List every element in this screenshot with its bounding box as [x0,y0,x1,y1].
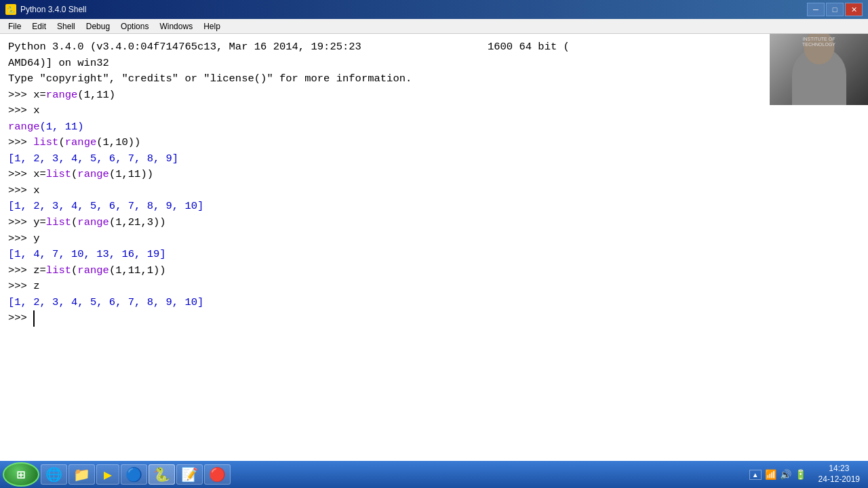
system-tray: ▲ 📶 🔊 🔋 14:23 24-12-2019 [745,464,865,485]
taskbar-app1[interactable]: 📝 [176,464,203,485]
tray-network: 📶 [765,469,776,480]
minimize-button[interactable]: ─ [807,3,825,16]
clock-date: 24-12-2019 [818,474,860,485]
menu-help[interactable]: Help [198,20,226,33]
current-input[interactable] [33,310,41,327]
menu-edit[interactable]: Edit [26,20,52,33]
result-line-4: [1, 4, 7, 10, 13, 16, 19] [8,247,860,263]
menu-file[interactable]: File [3,20,26,33]
input-line-6: >>> y=list(range(1,21,3)) [8,215,860,231]
input-line-2: >>> x [8,103,860,119]
taskbar: ⊞ 🌐 📁 ▶ 🔵 🐍 📝 🔴 ▲ 📶 🔊 🔋 14:23 24-12-2019 [0,461,868,488]
clock[interactable]: 14:23 24-12-2019 [813,464,865,485]
tray-sound: 🔊 [780,469,791,480]
window-title: Python 3.4.0 Shell [20,5,86,14]
taskbar-chrome[interactable]: 🔵 [121,464,147,485]
banner-line1: Python 3.4.0 (v3.4.0:04f714765c13, Mar 1… [8,39,860,56]
menu-options[interactable]: Options [115,20,154,33]
result-line-1: range(1, 11) [8,119,860,136]
taskbar-ie[interactable]: 🌐 [41,464,67,485]
input-line-3: >>> list(range(1,10)) [8,135,860,151]
taskbar-explorer[interactable]: 📁 [68,464,95,485]
prompt-1: >>> [8,87,33,104]
tray-arrow[interactable]: ▲ [749,470,762,480]
taskbar-media[interactable]: ▶ [96,464,119,485]
banner-line2: AMD64)] on win32 [8,56,860,72]
start-button[interactable]: ⊞ [3,462,39,487]
menu-debug[interactable]: Debug [81,20,115,33]
close-button[interactable]: ✕ [845,3,863,16]
title-bar: 🐍 Python 3.4.0 Shell ─ □ ✕ [0,0,868,19]
taskbar-app2[interactable]: 🔴 [204,464,231,485]
prompt-2: >>> [8,103,33,119]
input-line-7: >>> y [8,231,860,247]
institute-image: INSTITUTE OFTECHNOLOGY [770,34,868,105]
clock-time: 14:23 [818,464,860,474]
result-line-3: [1, 2, 3, 4, 5, 6, 7, 8, 9, 10] [8,199,860,215]
banner-line3: Type "copyright", "credits" or "license(… [8,71,860,87]
title-bar-left: 🐍 Python 3.4.0 Shell [5,4,86,15]
shell-container[interactable]: INSTITUTE OFTECHNOLOGY Python 3.4.0 (v3.… [0,34,868,461]
input-line-5: >>> x [8,183,860,199]
maximize-button[interactable]: □ [826,3,844,16]
input-line-final[interactable]: >>> [8,310,860,327]
input-line-1: >>> x=range(1,11) [8,87,860,104]
windows-logo: ⊞ [17,466,25,483]
menu-windows[interactable]: Windows [154,20,198,33]
input-line-9: >>> z [8,279,860,295]
app-icon: 🐍 [5,4,16,15]
result-line-5: [1, 2, 3, 4, 5, 6, 7, 8, 9, 10] [8,295,860,311]
input-line-8: >>> z=list(range(1,11,1)) [8,263,860,279]
taskbar-python[interactable]: 🐍 [149,464,175,485]
menu-shell[interactable]: Shell [52,20,81,33]
result-line-2: [1, 2, 3, 4, 5, 6, 7, 8, 9] [8,151,860,167]
window-controls[interactable]: ─ □ ✕ [807,3,863,16]
shell-content[interactable]: Python 3.4.0 (v3.4.0:04f714765c13, Mar 1… [5,38,863,328]
final-prompt: >>> [8,310,33,327]
sys-tray-icons: ▲ 📶 🔊 🔋 [745,469,810,480]
tray-battery: 🔋 [795,469,806,480]
menu-bar: File Edit Shell Debug Options Windows He… [0,19,868,34]
input-line-4: >>> x=list(range(1,11)) [8,167,860,183]
